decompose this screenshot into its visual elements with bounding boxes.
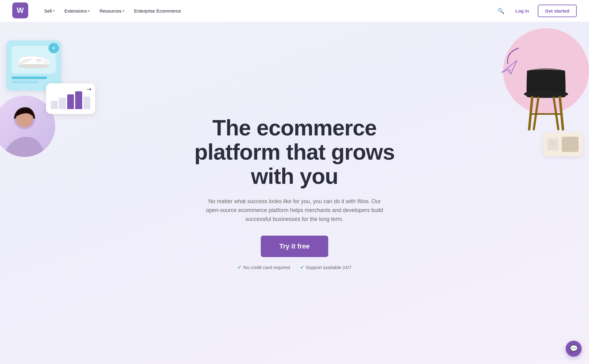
hero-title: The ecommerce platform that grows with y…	[190, 116, 399, 189]
login-button[interactable]: Log in	[512, 6, 533, 16]
hero-subtitle: No matter what success looks like for yo…	[202, 197, 387, 223]
add-product-icon: +	[48, 43, 59, 53]
product-details-bars	[12, 77, 56, 83]
curve-decoration	[503, 47, 522, 65]
nav-actions: 🔍 Log in Get started	[495, 5, 577, 17]
nav-sell[interactable]: Sell ▾	[40, 6, 58, 16]
nav-links: Sell ▾ Extensions ▾ Resources ▾ Enterpri…	[40, 6, 495, 16]
shoe-illustration	[15, 51, 52, 68]
hero-content: The ecommerce platform that grows with y…	[190, 116, 399, 271]
try-it-free-button[interactable]: Try it free	[261, 236, 328, 257]
get-started-button[interactable]: Get started	[538, 5, 577, 17]
check-icon-1: ✔	[237, 264, 241, 270]
support-badge: ✔ Support available 24/7	[300, 264, 352, 270]
sell-chevron-icon: ▾	[53, 9, 55, 13]
chat-bubble-button[interactable]: 💬	[566, 341, 582, 357]
chair-illustration	[515, 47, 577, 134]
search-icon: 🔍	[498, 8, 504, 14]
no-credit-card-badge: ✔ No credit card required	[237, 264, 290, 270]
no-credit-card-text: No credit card required	[243, 265, 290, 270]
logo[interactable]: W	[12, 2, 28, 20]
svg-text:W: W	[17, 6, 24, 14]
nav-enterprise[interactable]: Enterprise Ecommerce	[130, 6, 185, 16]
extensions-chevron-icon: ▾	[88, 9, 90, 13]
resources-chevron-icon: ▾	[123, 9, 124, 13]
analytics-card-decoration: ↗	[46, 83, 95, 114]
trend-up-icon: ↗	[85, 85, 93, 93]
wishlist-card-decoration: ♡	[543, 132, 583, 156]
support-text: Support available 24/7	[306, 265, 352, 270]
nav-resources[interactable]: Resources ▾	[96, 6, 128, 16]
main-nav: W Sell ▾ Extensions ▾ Resources ▾ Enterp…	[0, 0, 589, 22]
svg-point-9	[525, 91, 568, 97]
chat-icon: 💬	[570, 345, 578, 353]
product-thumbnail	[562, 137, 579, 152]
svg-point-2	[18, 64, 50, 68]
search-button[interactable]: 🔍	[495, 5, 507, 17]
hero-section: + ↗	[0, 22, 589, 364]
wishlist-heart-icon: ♡	[547, 138, 559, 150]
hero-badges: ✔ No credit card required ✔ Support avai…	[190, 264, 399, 270]
nav-extensions[interactable]: Extensions ▾	[61, 6, 93, 16]
check-icon-2: ✔	[300, 264, 304, 270]
